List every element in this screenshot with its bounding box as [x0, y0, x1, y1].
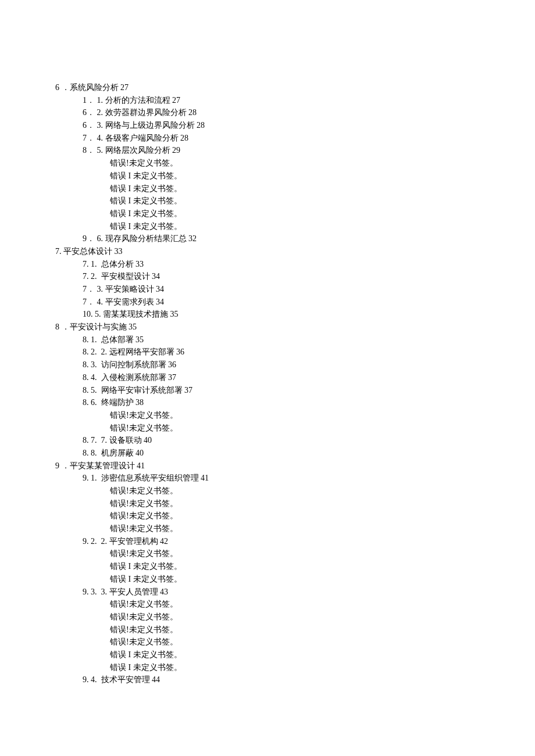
toc-line: 6． 3. 网络与上级边界风险分析 28: [55, 119, 483, 132]
toc-line: 9． 6. 现存风险分析结果汇总 32: [55, 232, 483, 245]
toc-line: 8. 7. 7. 设备联动 40: [55, 434, 483, 447]
toc-line: 错误!未定义书签。: [55, 522, 483, 535]
toc-line: 9. 1. 涉密信息系统平安组织管理 41: [55, 472, 483, 485]
toc-line: 错误!未定义书签。: [55, 510, 483, 522]
toc-line: 8. 4. 入侵检测系统部署 37: [55, 371, 483, 384]
toc-line: 7. 2. 平安模型设计 34: [55, 270, 483, 283]
toc-line: 错误!未定义书签。: [55, 624, 483, 636]
toc-line: 7. 平安总体设计 33: [55, 245, 483, 258]
toc-line: 7. 1. 总体分析 33: [55, 258, 483, 271]
toc-line: 错误 I 未定义书签。: [55, 573, 483, 586]
toc-line: 1． 1. 分析的方法和流程 27: [55, 94, 483, 107]
toc-line: 9. 4. 技术平安管理 44: [55, 673, 483, 686]
toc-line: 7． 4. 各级客户端风险分析 28: [55, 132, 483, 145]
toc-line: 错误 I 未定义书签。: [55, 648, 483, 661]
toc-line: 错误 I 未定义书签。: [55, 170, 483, 182]
toc-line: 9 ．平安某某管理设计 41: [55, 460, 483, 472]
toc-line: 8． 5. 网络层次风险分析 29: [55, 144, 483, 157]
toc-line: 错误 I 未定义书签。: [55, 182, 483, 195]
toc-line: 错误!未定义书签。: [55, 598, 483, 611]
toc-line: 错误!未定义书签。: [55, 636, 483, 648]
toc-line: 6 ．系统风险分析 27: [55, 81, 483, 94]
toc-line: 9. 2. 2. 平安管理机构 42: [55, 535, 483, 548]
toc-line: 错误!未定义书签。: [55, 157, 483, 170]
toc-line: 错误!未定义书签。: [55, 611, 483, 624]
toc-line: 7． 4. 平安需求列表 34: [55, 296, 483, 309]
toc-line: 错误 I 未定义书签。: [55, 195, 483, 207]
toc-line: 10. 5. 需某某现技术措施 35: [55, 308, 483, 321]
toc-line: 8. 3. 访问控制系统部署 36: [55, 359, 483, 371]
toc-line: 7． 3. 平安策略设计 34: [55, 283, 483, 296]
toc-line: 8. 5. 网络平安审计系统部署 37: [55, 384, 483, 397]
toc-line: 8. 8. 机房屏蔽 40: [55, 447, 483, 460]
toc-line: 错误!未定义书签。: [55, 422, 483, 435]
document-page: 6 ．系统风险分析 271． 1. 分析的方法和流程 276． 2. 效劳器群边…: [0, 0, 535, 756]
toc-line: 错误 I 未定义书签。: [55, 661, 483, 674]
toc-line: 错误!未定义书签。: [55, 485, 483, 497]
toc-line: 9. 3. 3. 平安人员管理 43: [55, 586, 483, 599]
toc-line: 错误 I 未定义书签。: [55, 207, 483, 220]
toc-line: 错误 I 未定义书签。: [55, 220, 483, 233]
toc-line: 8 ．平安设计与实施 35: [55, 321, 483, 334]
table-of-contents: 6 ．系统风险分析 271． 1. 分析的方法和流程 276． 2. 效劳器群边…: [55, 81, 483, 686]
toc-line: 8. 6. 终端防护 38: [55, 396, 483, 409]
toc-line: 6． 2. 效劳器群边界风险分析 28: [55, 106, 483, 119]
toc-line: 8. 1. 总体部署 35: [55, 334, 483, 346]
toc-line: 错误!未定义书签。: [55, 547, 483, 560]
toc-line: 错误!未定义书签。: [55, 409, 483, 422]
toc-line: 错误 I 未定义书签。: [55, 560, 483, 573]
toc-line: 错误!未定义书签。: [55, 497, 483, 510]
toc-line: 8. 2. 2. 远程网络平安部署 36: [55, 346, 483, 359]
